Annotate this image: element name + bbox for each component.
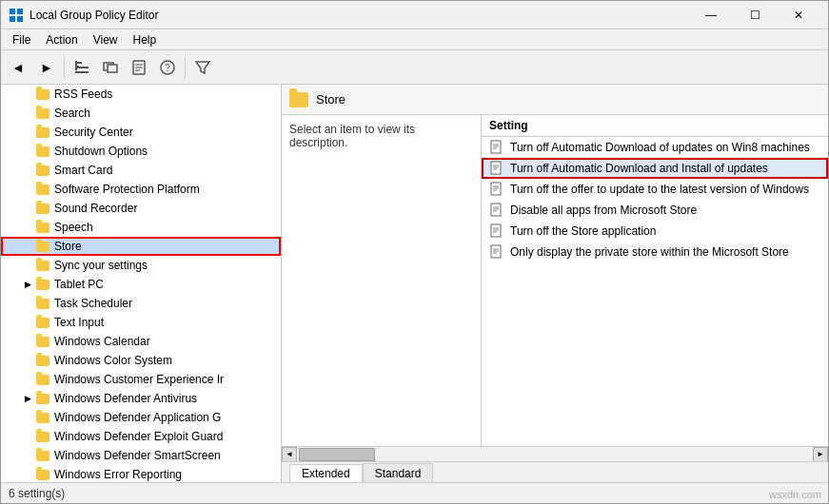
scroll-thumb[interactable] (299, 448, 375, 461)
tree-label: Windows Color System (54, 354, 172, 367)
tree-label: Shutdown Options (54, 145, 148, 158)
status-bar: 6 setting(s) (1, 482, 828, 503)
scroll-track[interactable] (297, 447, 813, 462)
title-bar: Local Group Policy Editor — ☐ ✕ (1, 1, 828, 29)
tree-item-shutdown-options[interactable]: Shutdown Options (1, 142, 281, 161)
setting-item-3[interactable]: Disable all apps from Microsoft Store (482, 200, 828, 221)
tree-item-windows-defender-exploit[interactable]: Windows Defender Exploit Guard (1, 427, 281, 446)
tree-item-search[interactable]: Search (1, 104, 281, 123)
setting-label-2: Turn off the offer to update to the late… (510, 183, 809, 196)
menu-help[interactable]: Help (126, 31, 165, 48)
expand-icon (20, 220, 35, 235)
folder-icon (35, 334, 50, 349)
folder-icon (35, 163, 50, 178)
tree-label: Windows Defender Exploit Guard (54, 430, 223, 443)
maximize-button[interactable]: ☐ (733, 1, 777, 29)
tree-label: Windows Customer Experience Ir (54, 373, 224, 386)
svg-rect-8 (77, 66, 79, 68)
setting-doc-icon-4 (489, 223, 504, 239)
tree-panel[interactable]: RSS Feeds Search Security Center Shutdow… (1, 85, 282, 482)
tab-standard[interactable]: Standard (363, 463, 434, 482)
tree-item-sync-settings[interactable]: Sync your settings (1, 256, 281, 275)
folder-icon (35, 201, 50, 216)
tree-label: Windows Defender Antivirus (54, 392, 197, 405)
expand-icon (20, 106, 35, 121)
tree-item-windows-defender-av[interactable]: ▶ Windows Defender Antivirus (1, 389, 281, 408)
tree-item-windows-defender-app[interactable]: Windows Defender Application G (1, 408, 281, 427)
setting-item-1[interactable]: Turn off Automatic Download and Install … (482, 158, 828, 179)
show-tree-button[interactable] (69, 54, 95, 81)
expand-icon (20, 448, 35, 463)
new-window-button[interactable] (97, 54, 124, 81)
tree-item-windows-error-reporting[interactable]: Windows Error Reporting (1, 465, 281, 482)
tree-item-windows-customer-exp[interactable]: Windows Customer Experience Ir (1, 370, 281, 389)
folder-icon (35, 410, 50, 425)
menu-bar: File Action View Help (1, 29, 828, 50)
expand-icon (20, 334, 35, 349)
scroll-left-button[interactable]: ◄ (282, 447, 297, 462)
setting-doc-icon-5 (489, 244, 504, 260)
settings-panel: Setting Turn off Auto (482, 115, 828, 446)
folder-icon (35, 125, 50, 140)
folder-icon (35, 87, 50, 102)
expand-icon (20, 258, 35, 273)
tree-item-task-scheduler[interactable]: Task Scheduler (1, 294, 281, 313)
store-header: Store (282, 85, 828, 115)
scroll-right-button[interactable]: ► (813, 447, 828, 462)
content-area: Select an item to view its description. … (282, 115, 828, 446)
folder-icon (35, 467, 50, 482)
setting-doc-icon-3 (489, 203, 504, 218)
tree-item-security-center[interactable]: Security Center (1, 123, 281, 142)
setting-item-0[interactable]: Turn off Automatic Download of updates o… (482, 137, 828, 158)
tree-item-software-protection[interactable]: Software Protection Platform (1, 180, 281, 199)
setting-item-4[interactable]: Turn off the Store application (482, 221, 828, 242)
tree-item-store[interactable]: Store (1, 237, 281, 256)
expand-icon (20, 410, 35, 425)
properties-button[interactable] (126, 54, 152, 81)
watermark: wsxdn.com (769, 489, 821, 500)
folder-icon (35, 144, 50, 159)
setting-item-2[interactable]: Turn off the offer to update to the late… (482, 179, 828, 200)
menu-action[interactable]: Action (38, 31, 85, 48)
close-button[interactable]: ✕ (777, 1, 820, 29)
folder-icon (35, 372, 50, 387)
menu-view[interactable]: View (86, 31, 126, 48)
minimize-button[interactable]: — (689, 1, 733, 29)
tree-item-text-input[interactable]: Text Input (1, 313, 281, 332)
svg-rect-3 (17, 16, 23, 22)
tree-item-windows-color-system[interactable]: Windows Color System (1, 351, 281, 370)
tree-item-windows-defender-smart[interactable]: Windows Defender SmartScreen (1, 446, 281, 465)
folder-icon (35, 448, 50, 463)
tab-bar: Extended Standard (282, 461, 828, 482)
tree-label: Search (54, 107, 90, 120)
svg-rect-6 (75, 71, 89, 73)
folder-icon (35, 315, 50, 330)
forward-button[interactable]: ► (33, 54, 60, 81)
tree-label: Sync your settings (54, 259, 148, 272)
menu-file[interactable]: File (5, 31, 38, 48)
svg-rect-1 (17, 9, 23, 14)
help-button[interactable]: ? (154, 54, 181, 81)
setting-item-5[interactable]: Only display the private store within th… (482, 242, 828, 262)
expand-icon (20, 239, 35, 254)
setting-doc-icon-2 (489, 182, 504, 197)
svg-rect-38 (491, 245, 501, 258)
tree-label: Tablet PC (54, 278, 104, 291)
tab-extended[interactable]: Extended (289, 464, 363, 482)
folder-icon (35, 239, 50, 254)
back-button[interactable]: ◄ (5, 54, 31, 81)
tree-item-sound-recorder[interactable]: Sound Recorder (1, 199, 281, 218)
tree-item-smart-card[interactable]: Smart Card (1, 161, 281, 180)
expand-icon (20, 315, 35, 330)
tree-item-speech[interactable]: Speech (1, 218, 281, 237)
expand-icon-chevron: ▶ (20, 277, 35, 292)
settings-list[interactable]: Turn off Automatic Download of updates o… (482, 137, 828, 446)
expand-icon (20, 467, 35, 482)
setting-label-0: Turn off Automatic Download of updates o… (510, 141, 810, 154)
filter-button[interactable] (189, 54, 216, 81)
expand-icon (20, 296, 35, 311)
tree-item-rss-feeds[interactable]: RSS Feeds (1, 85, 281, 104)
tree-item-windows-calendar[interactable]: Windows Calendar (1, 332, 281, 351)
tree-item-tablet-pc[interactable]: ▶ Tablet PC (1, 275, 281, 294)
setting-label-3: Disable all apps from Microsoft Store (510, 204, 697, 217)
